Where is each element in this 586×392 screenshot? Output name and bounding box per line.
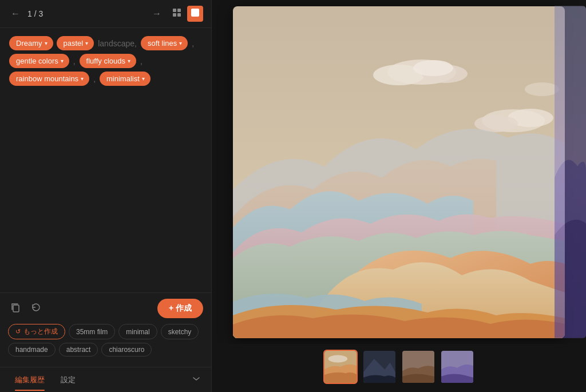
svg-rect-3 [177, 13, 181, 17]
suggestion-sketchy[interactable]: sketchy [161, 324, 199, 339]
thumbnail-2[interactable] [362, 350, 397, 384]
right-panel [212, 0, 586, 392]
chevron-icon: ▾ [81, 76, 84, 82]
suggestion-handmade[interactable]: handmade [8, 343, 56, 357]
page-counter: 1 / 3 [27, 9, 145, 18]
bottom-tabs: 編集履歴 設定 [0, 367, 211, 392]
side-image-peek [555, 6, 586, 338]
chevron-icon: ▾ [179, 40, 182, 46]
separator-comma1: , [191, 36, 195, 50]
chevron-icon: ▾ [142, 76, 145, 82]
bottom-action-area: + 作成 ↺ もっと作成 35mm film minimal sketchy h… [0, 292, 211, 367]
tag-gentle-colors[interactable]: gentle colors ▾ [9, 54, 69, 68]
suggestion-abstract[interactable]: abstract [59, 343, 98, 357]
thumbnails-row [212, 344, 586, 392]
suggestions-row: ↺ もっと作成 35mm film minimal sketchy handma… [8, 324, 203, 357]
thumbnail-3[interactable] [401, 350, 435, 384]
forward-button[interactable]: → [149, 7, 164, 20]
separator-landscape: landscape, [97, 36, 137, 50]
image-viewer [212, 0, 586, 344]
tags-container: Dreamy ▾ pastel ▾ landscape, soft lines … [9, 36, 202, 86]
svg-rect-2 [173, 13, 176, 17]
create-button[interactable]: + 作成 [157, 299, 203, 318]
svg-rect-0 [173, 9, 176, 12]
thumbnail-1[interactable] [323, 350, 358, 384]
chevron-icon: ▾ [85, 40, 88, 46]
main-image[interactable] [233, 6, 565, 338]
expand-button[interactable] [189, 372, 203, 388]
svg-rect-6 [13, 305, 19, 312]
svg-point-11 [413, 60, 453, 76]
chevron-icon: ▾ [128, 58, 130, 64]
tags-area: Dreamy ▾ pastel ▾ landscape, soft lines … [0, 28, 211, 292]
svg-point-18 [328, 355, 348, 362]
suggestion-35mm[interactable]: 35mm film [69, 324, 115, 339]
svg-rect-4 [191, 9, 199, 17]
grid-view-button[interactable] [169, 6, 185, 22]
tag-minimalist[interactable]: minimalist ▾ [100, 72, 151, 86]
suggestion-chiaroscuro[interactable]: chiaroscuro [101, 343, 152, 357]
tag-fluffy-clouds[interactable]: fluffy clouds ▾ [80, 54, 136, 68]
chevron-icon: ▾ [61, 58, 64, 64]
image-view-button[interactable] [187, 6, 203, 22]
svg-point-15 [525, 82, 559, 96]
tag-dreamy[interactable]: Dreamy ▾ [9, 36, 53, 50]
tag-pastel[interactable]: pastel ▾ [57, 36, 94, 50]
top-navigation: ← 1 / 3 → [0, 0, 211, 28]
tab-history[interactable]: 編集履歴 [8, 370, 52, 390]
chevron-icon: ▾ [45, 40, 47, 46]
separator-comma4: , [93, 72, 96, 86]
tag-soft-lines[interactable]: soft lines ▾ [141, 36, 188, 50]
view-toggle [169, 6, 203, 22]
more-button[interactable]: ↺ もっと作成 [8, 324, 65, 339]
thumbnail-4[interactable] [440, 350, 474, 384]
copy-button[interactable] [8, 300, 23, 318]
tag-rainbow-mountains[interactable]: rainbow mountains ▾ [9, 72, 89, 86]
left-panel: ← 1 / 3 → [0, 0, 212, 392]
action-row: + 作成 [8, 299, 203, 318]
refresh-icon: ↺ [15, 328, 21, 335]
back-button[interactable]: ← [8, 7, 23, 20]
separator-comma2: , [73, 54, 76, 68]
svg-point-5 [193, 10, 195, 12]
svg-rect-1 [177, 9, 181, 12]
separator-comma3: , [140, 54, 143, 68]
suggestion-minimal[interactable]: minimal [118, 324, 157, 339]
reset-button[interactable] [29, 300, 43, 318]
tab-settings[interactable]: 設定 [54, 370, 82, 390]
